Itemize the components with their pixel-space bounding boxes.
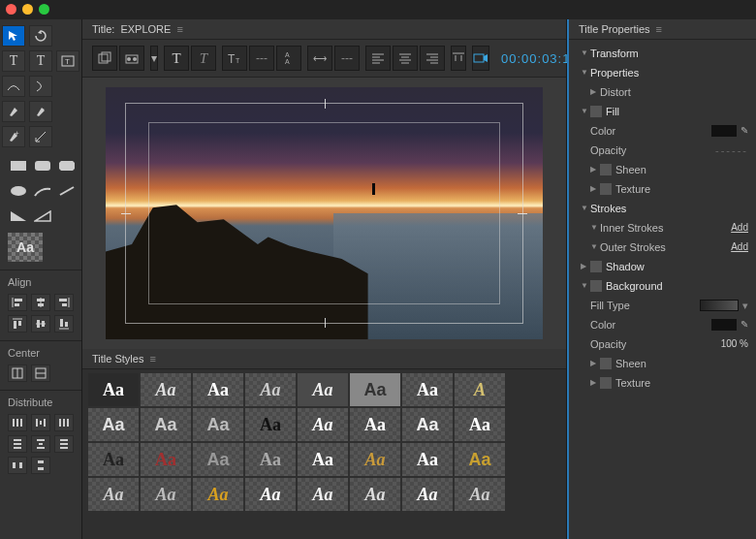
add-inner-stroke-link[interactable]: Add xyxy=(731,220,748,236)
arc-tool[interactable] xyxy=(32,182,53,200)
dropdown-chevron-icon[interactable]: ▾ xyxy=(742,298,748,313)
title-style-swatch[interactable]: Aa xyxy=(455,408,505,441)
twirl-icon[interactable]: ▼ xyxy=(590,220,600,236)
distribute-right[interactable] xyxy=(54,414,74,431)
twirl-icon[interactable]: ▶ xyxy=(590,356,600,371)
fill-opacity-value[interactable]: ------ xyxy=(715,143,748,158)
distribute-vspacing[interactable] xyxy=(31,457,50,474)
twirl-icon[interactable]: ▶ xyxy=(590,375,600,391)
twirl-icon[interactable]: ▼ xyxy=(581,201,590,216)
rounded-rectangle-tool[interactable] xyxy=(32,157,53,174)
prop-sheen[interactable]: Sheen xyxy=(615,162,748,177)
font-bold-button[interactable]: T xyxy=(164,46,189,71)
sheen-checkbox[interactable] xyxy=(600,164,612,175)
vertical-type-tool[interactable]: T xyxy=(29,50,52,72)
align-bottom[interactable] xyxy=(54,315,74,333)
path-type-tool[interactable] xyxy=(2,76,25,97)
title-style-swatch[interactable]: Aa xyxy=(455,478,505,511)
prop-texture[interactable]: Texture xyxy=(615,181,748,197)
distribute-left[interactable] xyxy=(8,414,27,431)
title-style-swatch[interactable]: Aa xyxy=(193,408,243,441)
prop-background[interactable]: Background xyxy=(606,278,748,294)
props-panel-menu-icon[interactable]: ≡ xyxy=(656,23,662,35)
type-style-sample[interactable]: Aa xyxy=(8,233,43,262)
prop-transform[interactable]: Transform xyxy=(590,46,748,61)
title-style-swatch[interactable]: Aa xyxy=(298,443,348,476)
title-style-swatch[interactable]: Aa xyxy=(193,373,243,406)
eyedropper-icon[interactable]: ✎ xyxy=(740,123,748,139)
prop-shadow[interactable]: Shadow xyxy=(606,259,748,274)
prop-strokes[interactable]: Strokes xyxy=(590,201,748,216)
font-size-control[interactable]: TT xyxy=(222,46,247,71)
title-style-swatch[interactable]: Aa xyxy=(88,408,139,441)
fill-checkbox[interactable] xyxy=(590,106,602,117)
rectangle-tool[interactable] xyxy=(8,157,29,174)
title-preview-canvas[interactable] xyxy=(106,87,543,339)
align-right[interactable] xyxy=(54,294,74,311)
type-tool[interactable]: T xyxy=(2,50,25,72)
delete-anchor-tool[interactable]: - xyxy=(29,101,52,122)
new-title-based-on-button[interactable] xyxy=(92,46,117,71)
background-checkbox[interactable] xyxy=(590,280,602,292)
title-style-swatch[interactable]: Aa xyxy=(455,443,505,476)
add-anchor-tool[interactable]: + xyxy=(2,126,25,147)
underline-button[interactable]: --- xyxy=(249,46,274,71)
zoom-window-icon[interactable] xyxy=(39,4,49,15)
eyedropper-icon[interactable]: ✎ xyxy=(740,317,748,333)
line-tool[interactable] xyxy=(56,182,78,200)
title-style-swatch[interactable]: A xyxy=(455,373,505,406)
distribute-vcenter[interactable] xyxy=(31,435,50,453)
center-horizontal[interactable] xyxy=(8,365,27,382)
title-style-swatch[interactable]: Aa xyxy=(298,478,348,511)
roll-crawl-options-button[interactable] xyxy=(119,46,144,71)
prop-inner-strokes[interactable]: Inner Strokes xyxy=(600,220,731,236)
bg-opacity-value[interactable]: 100 % xyxy=(721,336,748,352)
tab-stops-button[interactable] xyxy=(451,46,466,71)
align-vcenter[interactable] xyxy=(31,315,50,333)
title-style-swatch[interactable]: Aa xyxy=(350,443,400,476)
align-center-button[interactable] xyxy=(393,46,418,71)
bg-sheen-checkbox[interactable] xyxy=(600,358,612,369)
align-hcenter[interactable] xyxy=(31,294,50,311)
close-window-icon[interactable] xyxy=(6,4,16,15)
title-style-swatch[interactable]: Aa xyxy=(402,478,453,511)
texture-checkbox[interactable] xyxy=(600,183,612,195)
title-style-swatch[interactable]: Aa xyxy=(245,443,296,476)
title-style-swatch[interactable]: Aa xyxy=(350,373,400,406)
wedge-tool[interactable] xyxy=(8,207,29,225)
panel-menu-icon[interactable]: ≡ xyxy=(176,23,182,35)
styles-panel-menu-icon[interactable]: ≡ xyxy=(149,353,155,365)
tracking-control[interactable]: --- xyxy=(334,46,360,71)
title-style-swatch[interactable]: Aa xyxy=(245,373,296,406)
area-type-tool[interactable]: T xyxy=(56,50,79,72)
title-style-swatch[interactable]: Aa xyxy=(141,443,191,476)
title-style-swatch[interactable]: Aa xyxy=(88,478,139,511)
title-style-swatch[interactable]: Aa xyxy=(402,373,453,406)
align-top[interactable] xyxy=(8,315,27,333)
fill-color-swatch[interactable] xyxy=(711,125,737,137)
title-style-swatch[interactable]: Aa xyxy=(141,478,191,511)
prop-fill[interactable]: Fill xyxy=(606,104,748,119)
title-style-swatch[interactable]: Aa xyxy=(350,478,400,511)
title-style-swatch[interactable]: Aa xyxy=(402,443,453,476)
title-style-swatch[interactable]: Aa xyxy=(193,478,243,511)
distribute-bottom[interactable] xyxy=(54,435,74,453)
twirl-icon[interactable]: ▶ xyxy=(581,259,590,274)
title-style-swatch[interactable]: Aa xyxy=(298,408,348,441)
twirl-icon[interactable]: ▼ xyxy=(581,65,590,80)
twirl-icon[interactable]: ▶ xyxy=(590,181,600,197)
templates-button[interactable]: ▾ xyxy=(150,46,158,71)
twirl-icon[interactable]: ▼ xyxy=(581,278,590,294)
title-style-swatch[interactable]: Aa xyxy=(141,373,191,406)
filltype-dropdown[interactable] xyxy=(700,300,739,311)
distribute-top[interactable] xyxy=(8,435,27,453)
bg-texture-checkbox[interactable] xyxy=(600,377,612,389)
prop-outer-strokes[interactable]: Outer Strokes xyxy=(600,239,731,255)
title-style-swatch[interactable]: Aa xyxy=(245,408,296,441)
align-left-button[interactable] xyxy=(365,46,391,71)
center-vertical[interactable] xyxy=(31,365,50,382)
distribute-hspacing[interactable] xyxy=(8,457,27,474)
triangle-tool[interactable] xyxy=(32,207,53,225)
distribute-hcenter[interactable] xyxy=(31,414,50,431)
vertical-path-type-tool[interactable] xyxy=(29,76,52,97)
